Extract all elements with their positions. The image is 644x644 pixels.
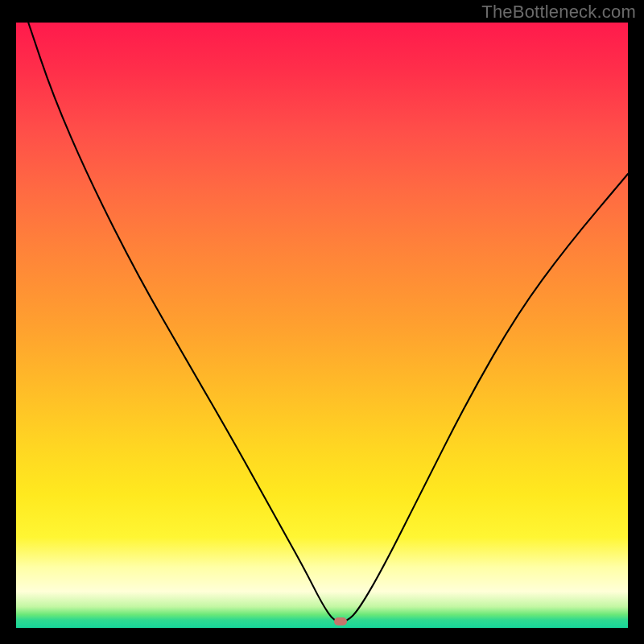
bottleneck-curve [16, 23, 628, 628]
plot-area [16, 23, 628, 628]
chart-frame: TheBottleneck.com [0, 0, 644, 644]
min-marker [334, 617, 347, 625]
watermark-text: TheBottleneck.com [481, 2, 636, 23]
